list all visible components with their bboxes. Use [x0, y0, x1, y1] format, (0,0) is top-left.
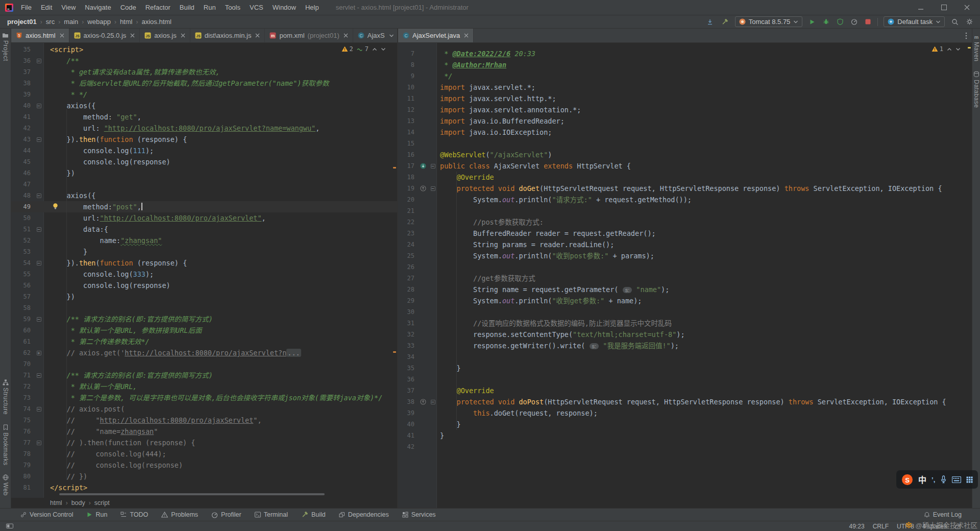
code-line-26[interactable]: 26 [398, 261, 972, 273]
toolwindow-button-problems[interactable]: Problems [161, 511, 198, 518]
fold-marker[interactable]: − [429, 160, 437, 172]
code-line-27[interactable]: 27 //get参数获取方式 [398, 273, 972, 284]
code-line-11[interactable]: 11import javax.servlet.http.*; [398, 93, 972, 104]
code-line-73[interactable]: 73 * 第二个是参数, 可以是字符串也可以是对象,后台也会接收字符串或json… [11, 392, 397, 403]
code-line-18[interactable]: 18 @Override [398, 172, 972, 183]
code-line-72[interactable]: 72 * 默认第一个是URL, [11, 381, 397, 392]
code-line-29[interactable]: 29 System.out.println("收到get参数:" + name)… [398, 295, 972, 306]
code-line-30[interactable]: 30 [398, 306, 972, 318]
code-line-25[interactable]: 25 System.out.println("收到post参数:" + para… [398, 250, 972, 261]
error-stripe[interactable] [392, 43, 397, 498]
menu-build[interactable]: Build [175, 0, 199, 15]
code-line-38[interactable]: 38 * 后端servlet是URL的?后开始截取,然后通过getParamet… [11, 78, 397, 89]
code-line-79[interactable]: 79 // console.log(response) [11, 460, 397, 471]
build-hammer-icon[interactable] [720, 17, 729, 27]
close-tab-icon[interactable] [464, 33, 469, 38]
next-issue-icon[interactable] [955, 47, 961, 51]
fold-marker[interactable]: − [34, 403, 44, 415]
code-line-39[interactable]: 39 this.doGet(request, response); [398, 407, 972, 419]
toolwindow-button-web[interactable]: Web [2, 474, 9, 496]
horizontal-scrollbar[interactable] [59, 493, 325, 495]
toolwindow-button-run[interactable]: Run [86, 511, 107, 518]
tab-axios-js[interactable]: JSaxios.js [140, 29, 190, 42]
fold-marker[interactable]: − [34, 134, 44, 145]
code-line-31[interactable]: 31 //设置响应的数据格式及数据的编码,防止浏览器显示中文时乱码 [398, 318, 972, 329]
code-line-36[interactable]: 36 [398, 374, 972, 385]
fold-marker[interactable]: − [429, 183, 437, 194]
menu-code[interactable]: Code [116, 0, 141, 15]
sogou-logo-icon[interactable]: S [901, 474, 913, 486]
code-line-48[interactable]: 48− axios({ [11, 190, 397, 201]
code-line-45[interactable]: 45 console.log(response) [11, 156, 397, 167]
close-tab-icon[interactable] [130, 33, 135, 38]
code-line-40[interactable]: 40 } [398, 419, 972, 430]
menu-view[interactable]: View [57, 0, 80, 15]
fold-marker[interactable]: − [34, 224, 44, 235]
toolwindow-button-todo[interactable]: TODO [120, 511, 148, 518]
breadcrumb-item-src[interactable]: src [45, 18, 56, 26]
code-line-80[interactable]: 80 // }) [11, 471, 397, 482]
run-config-select[interactable]: Tomcat 8.5.75 [735, 16, 803, 27]
code-line-34[interactable]: 34 [398, 351, 972, 363]
update-project-icon[interactable] [705, 17, 715, 27]
code-line-56[interactable]: 56 console.log(response) [11, 280, 397, 291]
code-line-43[interactable]: 43− }).then(function (response) { [11, 134, 397, 145]
ime-toolbar[interactable]: S 中 ’, [896, 470, 978, 489]
ime-language-toggle[interactable]: 中 [918, 473, 926, 486]
editor-ajaxservlet-java[interactable]: 7 * @Date:2022/2/6 20:338 * @Author:Mrha… [398, 43, 972, 508]
override-gutter-icon[interactable] [418, 396, 429, 407]
close-tab-icon[interactable] [60, 33, 64, 38]
error-stripe[interactable] [967, 43, 972, 508]
code-line-57[interactable]: 57 }) [11, 291, 397, 302]
code-line-76[interactable]: 76 // "name=zhangsan" [11, 426, 397, 437]
code-line-36[interactable]: 36− /** [11, 55, 397, 66]
breadcrumb-item-project01[interactable]: project01 [6, 18, 38, 26]
code-line-54[interactable]: 54− }).then(function (response) { [11, 257, 397, 269]
toolwindow-button-services[interactable]: Services [402, 511, 436, 518]
toolwindow-button-project[interactable]: Project [2, 33, 9, 61]
tab-pom-xml[interactable]: mpom.xml (project01) [265, 29, 353, 42]
tab-axios-0-25-0-js[interactable]: JSaxios-0.25.0.js [69, 29, 140, 42]
code-line-15[interactable]: 15 [398, 138, 972, 149]
settings-gear-icon[interactable] [965, 17, 974, 26]
toolwindow-button-build[interactable]: Build [301, 511, 326, 518]
toolwindow-button-structure[interactable]: Structure [2, 379, 9, 415]
tab-dist-axios-min-js[interactable]: JSdist\axios.min.js [190, 29, 265, 42]
code-line-61[interactable]: 61 * 第二个传递参数无效*/ [11, 336, 397, 347]
code-line-47[interactable]: 47 [11, 179, 397, 190]
code-line-40[interactable]: 40− axios({ [11, 100, 397, 111]
code-line-52[interactable]: 52 name:"zhangsan" [11, 235, 397, 246]
code-line-41[interactable]: 41} [398, 430, 972, 441]
intention-bulb-icon[interactable] [52, 203, 59, 210]
fold-marker[interactable]: − [34, 370, 44, 381]
code-line-23[interactable]: 23 BufferedReader reader = request.getRe… [398, 228, 972, 239]
toolwindow-switcher-icon[interactable] [6, 523, 13, 529]
code-line-49[interactable]: 49 method:"post", [11, 201, 397, 212]
code-line-7[interactable]: 7 * @Date:2022/2/6 20:33 [398, 48, 972, 59]
code-line-14[interactable]: 14import java.io.IOException; [398, 127, 972, 138]
prev-issue-icon[interactable] [372, 47, 377, 51]
editor-options-icon[interactable] [965, 32, 967, 39]
breadcrumb-item-axios-html[interactable]: axios.html [140, 18, 173, 26]
menu-window[interactable]: Window [268, 0, 301, 15]
menu-tools[interactable]: Tools [220, 0, 245, 15]
code-line-42[interactable]: 42 [398, 441, 972, 452]
code-line-55[interactable]: 55 console.log(333); [11, 269, 397, 280]
status-crlf[interactable]: CRLF [873, 523, 889, 530]
code-line-16[interactable]: 16@WebServlet("/ajaxServlet") [398, 149, 972, 160]
code-line-44[interactable]: 44 console.log(111); [11, 145, 397, 156]
code-line-17[interactable]: 17−public class AjaxServlet extends Http… [398, 160, 972, 172]
code-line-46[interactable]: 46 }) [11, 167, 397, 179]
editor-breadcrumb-body[interactable]: body [71, 499, 85, 506]
code-line-9[interactable]: 9 */ [398, 70, 972, 82]
coverage-button[interactable] [836, 17, 844, 26]
fold-marker[interactable]: − [429, 396, 437, 407]
close-tab-icon[interactable] [344, 33, 348, 38]
editor-axios-html[interactable]: 35<script>36− /**37 * get请求没有data属性,就算传递… [11, 43, 397, 498]
code-line-78[interactable]: 78 // console.log(444); [11, 448, 397, 460]
search-everywhere-icon[interactable] [950, 17, 960, 27]
editor-breadcrumb-html[interactable]: html [50, 499, 62, 506]
breadcrumb-item-webapp[interactable]: webapp [86, 18, 112, 26]
code-line-21[interactable]: 21 [398, 205, 972, 216]
breadcrumb-item-main[interactable]: main [63, 18, 79, 26]
